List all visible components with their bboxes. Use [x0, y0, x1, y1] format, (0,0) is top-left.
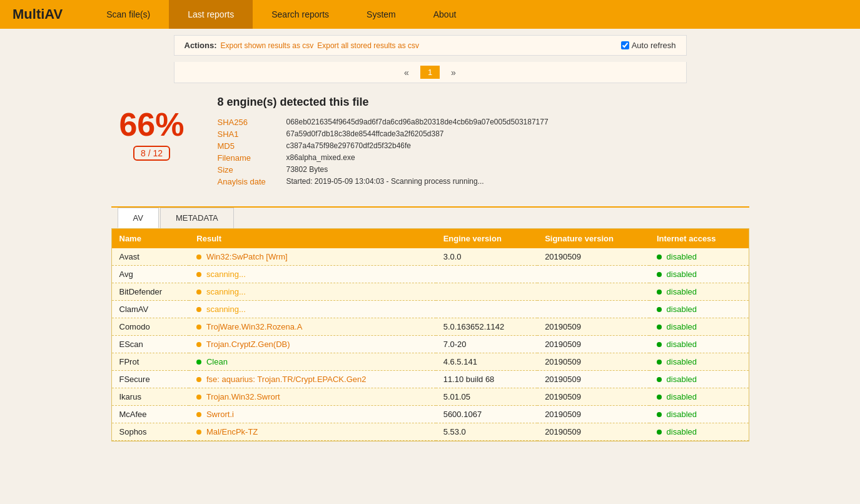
av-access: disabled — [649, 406, 749, 423]
file-heading: 8 engine(s) detected this file — [218, 96, 749, 109]
av-sig: 20190509 — [537, 336, 649, 353]
access-dot — [657, 325, 662, 330]
table-row: EScan Trojan.CryptZ.Gen(DB) 7.0-20 20190… — [112, 336, 749, 353]
av-access: disabled — [649, 353, 749, 371]
file-metadata-table: SHA256 068eb0216354f9645d9ad6f7da6cd96a8… — [218, 116, 555, 188]
av-engine: 11.10 build 68 — [436, 371, 537, 388]
access-dot — [657, 272, 662, 277]
av-sig: 20190509 — [537, 248, 649, 266]
av-name: FProt — [112, 353, 190, 371]
access-text: disabled — [667, 392, 697, 401]
result-dot — [196, 412, 201, 417]
field-label: SHA256 — [218, 116, 286, 128]
field-label: Size — [218, 164, 286, 176]
result-text: fse: aquarius: Trojan.TR/Crypt.EPACK.Gen… — [206, 375, 367, 384]
av-name: McAfee — [112, 406, 190, 423]
av-access: disabled — [649, 336, 749, 353]
av-result: Trojan.CryptZ.Gen(DB) — [189, 336, 435, 353]
nav-system[interactable]: System — [348, 0, 415, 29]
nav-about[interactable]: About — [415, 0, 475, 29]
file-details: 8 engine(s) detected this file SHA256 06… — [218, 96, 749, 188]
field-value: x86alpha_mixed.exe — [286, 152, 555, 164]
av-engine — [436, 301, 537, 318]
tab-metadata[interactable]: METADATA — [160, 208, 234, 228]
av-section: Name Result Engine version Signature ver… — [111, 228, 749, 441]
main-nav: Scan file(s) Last reports Search reports… — [88, 0, 847, 29]
av-sig: 20190509 — [537, 353, 649, 371]
auto-refresh-checkbox[interactable] — [621, 41, 629, 49]
av-sig: 20190509 — [537, 371, 649, 388]
result-text: scanning... — [206, 305, 246, 314]
av-engine: 5.53.0 — [436, 423, 537, 441]
file-field-row: Anaylsis date Started: 2019-05-09 13:04:… — [218, 176, 555, 188]
result-dot — [196, 272, 201, 277]
table-row: McAfee Swrort.i 5600.1067 20190509 disab… — [112, 406, 749, 423]
result-dot — [196, 342, 201, 347]
tab-av[interactable]: AV — [118, 208, 159, 228]
av-engine — [436, 266, 537, 283]
file-field-row: SHA1 67a59d0f7db18c38de8544ffcade3a2f620… — [218, 128, 555, 140]
next-page-button[interactable]: » — [446, 66, 461, 79]
table-row: ClamAV scanning... disabled — [112, 301, 749, 318]
actions-label: Actions: — [185, 41, 217, 50]
table-row: Ikarus Trojan.Win32.Swrort 5.01.05 20190… — [112, 388, 749, 406]
export-shown-link[interactable]: Export shown results as csv — [221, 41, 314, 50]
access-text: disabled — [667, 270, 697, 279]
header: MultiAV Scan file(s) Last reports Search… — [0, 0, 860, 29]
col-sig: Signature version — [537, 229, 649, 248]
result-text: scanning... — [206, 287, 246, 296]
export-all-link[interactable]: Export all stored results as csv — [317, 41, 419, 50]
av-sig: 20190509 — [537, 406, 649, 423]
av-sig: 20190509 — [537, 318, 649, 336]
table-row: Sophos Mal/EncPk-TZ 5.53.0 20190509 disa… — [112, 423, 749, 441]
nav-search-reports[interactable]: Search reports — [253, 0, 348, 29]
access-text: disabled — [667, 375, 697, 384]
av-result: scanning... — [189, 301, 435, 318]
av-sig — [537, 301, 649, 318]
prev-page-button[interactable]: « — [399, 66, 414, 79]
av-access: disabled — [649, 388, 749, 406]
av-engine: 5.01.05 — [436, 388, 537, 406]
result-text: Mal/EncPk-TZ — [206, 427, 258, 436]
result-dot — [196, 395, 201, 400]
result-dot — [196, 290, 201, 295]
logo[interactable]: MultiAV — [13, 6, 63, 23]
detection-rate: 66% 8 / 12 — [111, 96, 193, 161]
nav-scan-files[interactable]: Scan file(s) — [88, 0, 169, 29]
av-engine: 4.6.5.141 — [436, 353, 537, 371]
av-access: disabled — [649, 301, 749, 318]
av-result: Clean — [189, 353, 435, 371]
table-row: Comodo TrojWare.Win32.Rozena.A 5.0.16365… — [112, 318, 749, 336]
tabs-container: AV METADATA — [118, 208, 749, 228]
main-content: 66% 8 / 12 8 engine(s) detected this fil… — [86, 89, 774, 448]
result-text: Clean — [206, 357, 228, 366]
access-text: disabled — [667, 340, 697, 349]
current-page-button: 1 — [420, 66, 440, 79]
av-engine: 5.0.163652.1142 — [436, 318, 537, 336]
access-text: disabled — [667, 427, 697, 436]
av-access: disabled — [649, 283, 749, 301]
actions-left: Actions: Export shown results as csv Exp… — [185, 41, 419, 50]
av-result: Swrort.i — [189, 406, 435, 423]
access-dot — [657, 430, 662, 435]
av-name: Avg — [112, 266, 190, 283]
col-name: Name — [112, 229, 190, 248]
file-field-row: Size 73802 Bytes — [218, 164, 555, 176]
result-text: Trojan.Win32.Swrort — [206, 392, 280, 401]
av-result: TrojWare.Win32.Rozena.A — [189, 318, 435, 336]
av-result: Trojan.Win32.Swrort — [189, 388, 435, 406]
field-label: MD5 — [218, 140, 286, 152]
av-result: Mal/EncPk-TZ — [189, 423, 435, 441]
access-dot — [657, 342, 662, 347]
access-text: disabled — [667, 322, 697, 331]
field-value: c387a4a75f98e297670df2d5f32b46fe — [286, 140, 555, 152]
result-text: Swrort.i — [206, 410, 234, 419]
access-text: disabled — [667, 252, 697, 261]
av-result: Win32:SwPatch [Wrm] — [189, 248, 435, 266]
auto-refresh-label[interactable]: Auto refresh — [632, 41, 676, 50]
table-row: FProt Clean 4.6.5.141 20190509 disabled — [112, 353, 749, 371]
access-dot — [657, 307, 662, 312]
nav-last-reports[interactable]: Last reports — [169, 0, 253, 29]
detection-percent: 66% — [111, 108, 193, 141]
detection-ratio: 8 / 12 — [133, 146, 170, 161]
